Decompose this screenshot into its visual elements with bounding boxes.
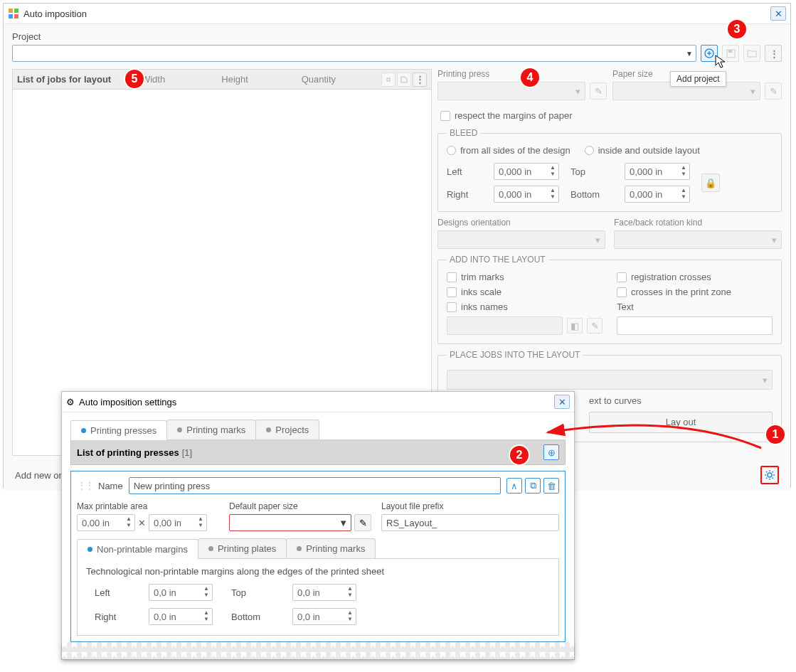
printing-press-select[interactable]: ▾ <box>437 82 585 100</box>
designs-orient-label: Designs orientation <box>437 218 605 228</box>
annotation-badge-1: 1 <box>766 425 785 444</box>
faceback-select[interactable]: ▾ <box>614 230 782 249</box>
export-icon <box>397 73 411 87</box>
presses-count: [1] <box>182 447 192 458</box>
vertical-dots-icon: ⋮ <box>770 48 778 59</box>
window-title: Auto imposition <box>23 9 87 19</box>
chevron-down-icon: ▾ <box>772 235 777 245</box>
tab-printing-marks[interactable]: Printing marks <box>166 420 256 439</box>
reg-crosses-checkbox[interactable] <box>617 272 627 282</box>
jobs-menu-button[interactable]: ⋮ <box>413 73 427 87</box>
press-card: ⋮⋮ Name ∧ ⧉ 🗑 Max printable area 0,00 in… <box>70 471 566 491</box>
edit-press-button: ✎ <box>590 82 607 100</box>
settings-tabs: Printing presses Printing marks Projects <box>70 420 566 440</box>
gear-icon: ⚙ <box>66 397 75 407</box>
col-height: Height <box>221 74 295 85</box>
bleed-bottom-input[interactable]: 0,000 in▲▼ <box>625 186 690 203</box>
trim-marks-checkbox[interactable] <box>447 272 457 282</box>
annotation-badge-2: 2 <box>510 446 529 464</box>
bleed-top-label: Top <box>571 166 613 177</box>
text-label: Text <box>617 302 773 312</box>
col-quantity: Quantity <box>302 74 376 85</box>
crosses-zone-checkbox[interactable] <box>617 287 627 297</box>
bleed-left-label: Left <box>447 166 482 177</box>
trim-marks-label: trim marks <box>461 272 504 282</box>
reg-crosses-label: registration crosses <box>631 272 711 282</box>
layout-text-input[interactable] <box>617 316 773 335</box>
delete-press-button[interactable]: 🗑 <box>543 478 559 491</box>
bleed-right-input[interactable]: 0,000 in▲▼ <box>494 186 559 203</box>
annotation-badge-4: 4 <box>521 68 539 87</box>
svg-point-7 <box>768 473 772 477</box>
inks-names-checkbox[interactable] <box>447 302 457 312</box>
layout-button[interactable]: Lay out <box>589 412 773 433</box>
chevron-down-icon: ▼ <box>686 50 693 58</box>
project-menu-button[interactable]: ⋮ <box>765 45 782 62</box>
app-icon <box>8 8 19 19</box>
add-press-button[interactable]: ⊕ <box>543 444 559 460</box>
inks-names-label: inks names <box>461 302 508 312</box>
tab-printing-presses[interactable]: Printing presses <box>70 420 167 440</box>
designs-orient-select[interactable]: ▾ <box>437 230 605 249</box>
svg-rect-3 <box>14 14 18 18</box>
bleed-fieldset: BLEED from all sides of the design insid… <box>437 128 782 212</box>
addinto-legend: ADD INTO THE LAYOUT <box>447 255 548 265</box>
add-project-tooltip: Add project <box>670 71 726 87</box>
close-button[interactable]: ✕ <box>770 6 786 21</box>
project-select[interactable]: ▼ <box>12 45 696 62</box>
vertical-dots-icon: ⋮ <box>415 74 423 85</box>
grip-icon[interactable]: ⋮⋮ <box>77 480 92 491</box>
press-name-label: Name <box>98 481 123 491</box>
bleed-lock-button[interactable]: 🔒 <box>701 174 720 192</box>
inks-icon1: ◧ <box>567 318 583 334</box>
text-to-curves-label: ext to curves <box>589 395 773 406</box>
settings-close-button[interactable]: ✕ <box>554 395 570 409</box>
settings-button[interactable] <box>760 466 779 484</box>
inks-scale-label: inks scale <box>461 287 502 297</box>
jobs-header-title: List of jobs for layout <box>17 74 136 85</box>
settings-titlebar: ⚙ Auto imposition settings ✕ <box>62 392 574 412</box>
respect-margins-label: respect the margins of paper <box>455 110 572 121</box>
presses-header-text: List of printing presses <box>77 447 179 458</box>
addinto-fieldset: ADD INTO THE LAYOUT trim marks registrat… <box>437 255 782 344</box>
press-name-input[interactable] <box>129 477 501 491</box>
crosses-zone-label: crosses in the print zone <box>631 287 731 297</box>
respect-margins-checkbox[interactable] <box>440 111 450 121</box>
tab-projects[interactable]: Projects <box>255 420 319 439</box>
col-width: Width <box>142 74 216 85</box>
collapse-press-button[interactable]: ∧ <box>506 478 522 491</box>
annotation-badge-5: 5 <box>125 70 144 88</box>
bleed-top-input[interactable]: 0,000 in▲▼ <box>625 163 690 180</box>
faceback-label: Face/back rotation kind <box>614 218 782 228</box>
annotation-badge-3: 3 <box>728 20 746 38</box>
chevron-down-icon: ▾ <box>575 86 580 97</box>
svg-rect-1 <box>14 9 18 13</box>
bleed-legend: BLEED <box>447 128 480 138</box>
bleed-inout-radio[interactable] <box>585 146 594 155</box>
inks-edit-button: ✎ <box>587 318 603 334</box>
bleed-left-input[interactable]: 0,000 in▲▼ <box>494 163 559 180</box>
edit-paper-button: ✎ <box>765 82 782 100</box>
bleed-allsides-label: from all sides of the design <box>460 145 571 156</box>
placejobs-legend: PLACE JOBS INTO THE LAYOUT <box>447 350 583 360</box>
presses-list-header: List of printing presses [1] ⊕ <box>70 440 566 465</box>
bleed-bottom-label: Bottom <box>571 189 613 200</box>
svg-rect-2 <box>9 14 13 18</box>
project-label: Project <box>12 31 782 42</box>
chevron-down-icon: ▾ <box>763 375 768 385</box>
settings-window: ⚙ Auto imposition settings ✕ Printing pr… <box>61 391 575 491</box>
titlebar: Auto imposition ✕ <box>4 4 790 24</box>
place-jobs-select[interactable]: ▾ <box>447 370 773 390</box>
bleed-inout-label: inside and outside layout <box>598 145 700 156</box>
jobs-header: List of jobs for layout Width Height Qua… <box>13 70 431 90</box>
bleed-allsides-radio[interactable] <box>447 146 456 155</box>
project-row: ▼ ⋮ <box>12 45 782 62</box>
inks-names-input[interactable] <box>447 316 563 335</box>
svg-rect-0 <box>9 9 13 13</box>
link-icon <box>381 73 396 87</box>
duplicate-press-button[interactable]: ⧉ <box>525 478 541 491</box>
chevron-down-icon: ▾ <box>750 86 755 97</box>
open-folder-button <box>743 45 760 62</box>
inks-scale-checkbox[interactable] <box>447 287 457 297</box>
cursor-icon <box>715 55 726 71</box>
